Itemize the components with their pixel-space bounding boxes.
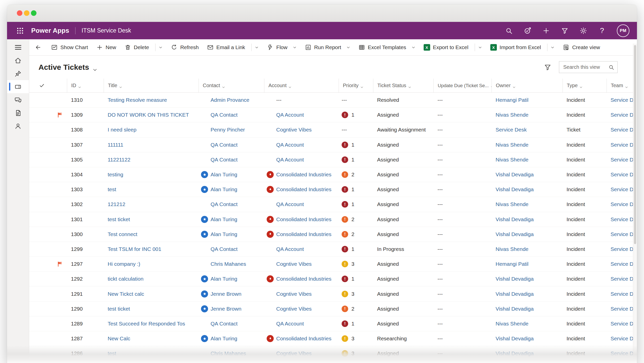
import-from-excel-button[interactable]: XImport from Excel: [490, 44, 541, 51]
table-row[interactable]: 1303testAlan TuringConsolidated Industri…: [29, 182, 633, 197]
owner-link[interactable]: Nivas Shende: [496, 157, 529, 163]
ticket-title-link[interactable]: test ticket: [108, 306, 130, 312]
column-header-title[interactable]: Title: [104, 79, 198, 92]
team-link[interactable]: Service Des: [611, 127, 633, 133]
column-header-type[interactable]: Type: [562, 79, 607, 92]
account-link[interactable]: Cogntive Vibes: [276, 306, 312, 312]
column-header-contact[interactable]: Contact: [198, 79, 264, 92]
account-link[interactable]: Consolidated Industries: [276, 336, 331, 342]
account-link[interactable]: Cogntive Vibes: [276, 291, 312, 297]
ticket-title-link[interactable]: DO NOT WORK ON THIS TICKET: [108, 112, 189, 118]
team-link[interactable]: Service Des: [611, 97, 633, 103]
owner-link[interactable]: Vishal Devadiga: [496, 291, 534, 297]
table-row[interactable]: 1292tickt calculationAlan TuringConsolid…: [29, 272, 633, 286]
team-link[interactable]: Service Des: [611, 246, 633, 252]
table-row[interactable]: 1300Test connectAlan TuringConsolidated …: [29, 227, 633, 242]
account-link[interactable]: QA Account: [276, 321, 304, 327]
team-link[interactable]: Service Des: [611, 261, 633, 267]
delete-button[interactable]: Delete: [125, 44, 149, 51]
ticket-title-link[interactable]: Test connect: [108, 231, 137, 237]
excel-templates-button[interactable]: Excel Templates: [358, 44, 406, 51]
team-link[interactable]: Service Des: [611, 350, 633, 356]
team-link[interactable]: Service Des: [611, 306, 633, 312]
contact-link[interactable]: Chris Mahanes: [211, 261, 246, 267]
contact-link[interactable]: Alan Turing: [211, 216, 237, 222]
ticket-title-link[interactable]: tickt calculation: [108, 276, 143, 282]
ticket-title-link[interactable]: Test Succeed for Responded Tos: [108, 321, 185, 327]
zoom-window-button[interactable]: [31, 10, 36, 16]
contact-link[interactable]: Alan Turing: [211, 336, 237, 342]
waffle-icon[interactable]: [16, 27, 24, 35]
owner-link[interactable]: Hemangi Patil: [496, 261, 529, 267]
team-link[interactable]: Service Des: [611, 291, 633, 297]
help-icon[interactable]: ?: [598, 27, 606, 35]
sidebar-item-contacts[interactable]: [7, 119, 29, 133]
owner-link[interactable]: Service Desk: [496, 127, 527, 133]
column-header-team[interactable]: Team: [607, 79, 633, 92]
more-commands-chevron-icon[interactable]: [293, 46, 297, 49]
team-link[interactable]: Service Des: [611, 157, 633, 163]
filter-icon[interactable]: [544, 63, 551, 71]
contact-link[interactable]: Jenne Brown: [211, 291, 242, 297]
account-link[interactable]: Cogntive Vibes: [276, 261, 312, 267]
account-link[interactable]: QA Account: [276, 157, 304, 163]
table-row[interactable]: 1309DO NOT WORK ON THIS TICKETQA Contact…: [29, 108, 633, 122]
more-commands-chevron-icon[interactable]: [412, 46, 415, 49]
team-link[interactable]: Service Des: [611, 321, 633, 327]
email-a-link-button[interactable]: Email a Link: [207, 44, 245, 51]
sidebar-item-tickets[interactable]: [7, 80, 29, 93]
sidebar-item-chat[interactable]: [7, 93, 29, 106]
show-chart-button[interactable]: Show Chart: [51, 44, 88, 51]
refresh-button[interactable]: Refresh: [171, 44, 199, 51]
account-link[interactable]: Cogntive Vibes: [276, 127, 312, 133]
team-link[interactable]: Service Des: [611, 336, 633, 342]
table-row[interactable]: 1299Test TSLM for INC 001QA ContactQA Ac…: [29, 242, 633, 257]
team-link[interactable]: Service Des: [611, 201, 633, 207]
ticket-title-link[interactable]: test: [108, 186, 116, 192]
new-button[interactable]: New: [96, 44, 116, 51]
table-row[interactable]: 1302121212QA ContactQA Account!1Assigned…: [29, 197, 633, 212]
account-link[interactable]: Consolidated Industries: [276, 186, 331, 192]
column-header-priority[interactable]: Priority: [339, 79, 373, 92]
view-chevron-icon[interactable]: [93, 65, 97, 70]
search-icon[interactable]: [505, 27, 513, 35]
account-link[interactable]: Consolidated Industries: [276, 172, 331, 178]
search-input[interactable]: [563, 64, 608, 70]
scrollbar-thumb[interactable]: [634, 45, 636, 244]
team-link[interactable]: Service Des: [611, 231, 633, 237]
team-link[interactable]: Service Des: [611, 186, 633, 192]
owner-link[interactable]: Vishal Devadiga: [496, 276, 534, 282]
owner-link[interactable]: Nivas Shende: [496, 142, 529, 148]
contact-link[interactable]: QA Contact: [211, 201, 237, 207]
contact-link[interactable]: QA Contact: [211, 142, 237, 148]
close-window-button[interactable]: [17, 10, 22, 16]
owner-link[interactable]: Nivas Shende: [496, 321, 529, 327]
filter-icon[interactable]: [561, 27, 569, 35]
contact-link[interactable]: QA Contact: [211, 321, 237, 327]
contact-link[interactable]: Alan Turing: [211, 276, 237, 282]
account-link[interactable]: QA Account: [276, 112, 304, 118]
contact-link[interactable]: Alan Turing: [211, 231, 237, 237]
run-report-button[interactable]: Run Report: [305, 44, 341, 51]
ticket-title-link[interactable]: Testing Resolve measure: [108, 97, 167, 103]
table-row[interactable]: 1290test ticketJenne BrownCogntive Vibes…: [29, 302, 633, 316]
account-link[interactable]: Consolidated Industries: [276, 276, 331, 282]
export-to-excel-button[interactable]: XExport to Excel: [424, 44, 468, 51]
contact-link[interactable]: Alan Turing: [211, 186, 237, 192]
contact-link[interactable]: QA Contact: [211, 157, 237, 163]
account-link[interactable]: QA Account: [276, 201, 304, 207]
minimize-window-button[interactable]: [24, 10, 29, 16]
ticket-title-link[interactable]: Hi company :): [108, 261, 140, 267]
table-row[interactable]: 1308I need sleepPenny PincherCogntive Vi…: [29, 122, 633, 137]
contact-link[interactable]: Alan Turing: [211, 172, 237, 178]
more-commands-chevron-icon[interactable]: [346, 46, 350, 49]
contact-link[interactable]: Penny Pincher: [211, 127, 245, 133]
contact-link[interactable]: QA Contact: [211, 246, 237, 252]
ticket-title-link[interactable]: New Tickct calc: [108, 291, 144, 297]
contact-link[interactable]: Chris Mahanes: [211, 350, 246, 356]
more-commands-chevron-icon[interactable]: [551, 46, 554, 49]
ticket-title-link[interactable]: 111111: [108, 142, 123, 148]
table-row[interactable]: 1297Hi company :)Chris MahanesCogntive V…: [29, 257, 633, 272]
owner-link[interactable]: Vishal Devadiga: [496, 172, 534, 178]
table-row[interactable]: 1291New Tickct calcJenne BrownCogntive V…: [29, 286, 633, 301]
